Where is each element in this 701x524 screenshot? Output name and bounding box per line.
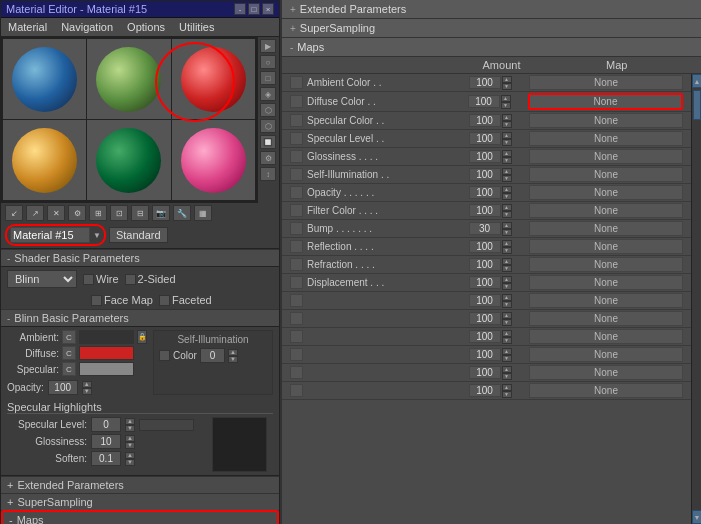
amount-input-bump[interactable]: [469, 222, 501, 235]
map-btn-e5[interactable]: None: [529, 365, 683, 380]
tb-btn-9[interactable]: 🔧: [173, 205, 191, 221]
blinn-collapse-sign[interactable]: -: [7, 313, 10, 324]
side-icon-1[interactable]: ▶: [260, 39, 276, 53]
map-btn-speccolor[interactable]: None: [529, 113, 683, 128]
amount-input-e5[interactable]: [469, 366, 501, 379]
map-btn-e1[interactable]: None: [529, 293, 683, 308]
color-cb[interactable]: [159, 350, 170, 361]
ambient-swatch[interactable]: [79, 330, 134, 344]
spin-dn-refraction[interactable]: ▼: [502, 265, 512, 272]
color-value-input[interactable]: [200, 348, 225, 363]
map-btn-e4[interactable]: None: [529, 347, 683, 362]
tb-btn-2[interactable]: ↗: [26, 205, 44, 221]
spin-up-displacement[interactable]: ▲: [502, 276, 512, 283]
specular-swatch[interactable]: [79, 362, 134, 376]
map-btn-e6[interactable]: None: [529, 383, 683, 398]
tb-btn-10[interactable]: ▦: [194, 205, 212, 221]
spin-dn-e4[interactable]: ▼: [502, 355, 512, 362]
spin-up-filtercolor[interactable]: ▲: [502, 204, 512, 211]
amount-input-ambient[interactable]: [469, 76, 501, 89]
map-cb-reflection[interactable]: [290, 240, 303, 253]
glossiness-down[interactable]: ▼: [125, 442, 135, 449]
tb-btn-7[interactable]: ⊟: [131, 205, 149, 221]
sphere-cell-2[interactable]: [87, 39, 170, 119]
opacity-down[interactable]: ▼: [82, 388, 92, 395]
side-icon-9[interactable]: ↕: [260, 167, 276, 181]
minimize-button[interactable]: -: [234, 3, 246, 15]
spin-dn-speccolor[interactable]: ▼: [502, 121, 512, 128]
soften-up[interactable]: ▲: [125, 452, 135, 459]
shader-collapse-sign[interactable]: -: [7, 253, 10, 264]
sphere-cell-4[interactable]: [3, 120, 86, 200]
scroll-down-btn[interactable]: ▼: [692, 510, 701, 524]
rp-ss-sign[interactable]: +: [290, 23, 296, 34]
amount-input-speccolor[interactable]: [469, 114, 501, 127]
map-btn-bump[interactable]: None: [529, 221, 683, 236]
glossiness-up[interactable]: ▲: [125, 435, 135, 442]
spin-up-ambient[interactable]: ▲: [502, 76, 512, 83]
map-cb-e4[interactable]: [290, 348, 303, 361]
tb-btn-6[interactable]: ⊡: [110, 205, 128, 221]
spin-dn-diffuse[interactable]: ▼: [501, 102, 511, 109]
amount-input-filtercolor[interactable]: [469, 204, 501, 217]
sphere-cell-1[interactable]: [3, 39, 86, 119]
spin-up-bump[interactable]: ▲: [502, 222, 512, 229]
twosided-checkbox[interactable]: 2-Sided: [125, 273, 176, 285]
side-icon-2[interactable]: ○: [260, 55, 276, 69]
map-btn-displacement[interactable]: None: [529, 275, 683, 290]
soften-down[interactable]: ▼: [125, 459, 135, 466]
spin-dn-selfillum[interactable]: ▼: [502, 175, 512, 182]
map-btn-reflection[interactable]: None: [529, 239, 683, 254]
scrollbar[interactable]: ▲ ▼: [691, 74, 701, 524]
spin-dn-displacement[interactable]: ▼: [502, 283, 512, 290]
tb-btn-3[interactable]: ✕: [47, 205, 65, 221]
spin-dn-e1[interactable]: ▼: [502, 301, 512, 308]
material-name-input[interactable]: [10, 227, 90, 243]
close-button[interactable]: ×: [262, 3, 274, 15]
spec-level-input[interactable]: [91, 417, 121, 432]
amount-input-e2[interactable]: [469, 312, 501, 325]
spin-up-diffuse[interactable]: ▲: [501, 95, 511, 102]
map-cb-opacity[interactable]: [290, 186, 303, 199]
map-cb-ambient[interactable]: [290, 76, 303, 89]
amount-input-e4[interactable]: [469, 348, 501, 361]
facemap-checkbox[interactable]: Face Map: [91, 294, 153, 306]
amount-input-e3[interactable]: [469, 330, 501, 343]
spin-up-opacity[interactable]: ▲: [502, 186, 512, 193]
soften-input[interactable]: [91, 451, 121, 466]
side-icon-3[interactable]: □: [260, 71, 276, 85]
faceted-cb-box[interactable]: [159, 295, 170, 306]
map-cb-e5[interactable]: [290, 366, 303, 379]
amount-input-gloss[interactable]: [469, 150, 501, 163]
side-icon-6[interactable]: ⬡: [260, 119, 276, 133]
map-cb-e2[interactable]: [290, 312, 303, 325]
spin-dn-gloss[interactable]: ▼: [502, 157, 512, 164]
amount-input-refraction[interactable]: [469, 258, 501, 271]
color-up[interactable]: ▲: [228, 349, 238, 356]
tb-btn-5[interactable]: ⊞: [89, 205, 107, 221]
spin-up-e1[interactable]: ▲: [502, 294, 512, 301]
side-icon-5[interactable]: ⬡: [260, 103, 276, 117]
amount-input-selfillum[interactable]: [469, 168, 501, 181]
map-btn-e3[interactable]: None: [529, 329, 683, 344]
rp-ext-sign[interactable]: +: [290, 4, 296, 15]
spin-dn-opacity[interactable]: ▼: [502, 193, 512, 200]
map-btn-ambient[interactable]: None: [529, 75, 683, 90]
map-btn-speclevel[interactable]: None: [529, 131, 683, 146]
map-btn-e2[interactable]: None: [529, 311, 683, 326]
glossiness-input[interactable]: [91, 434, 121, 449]
diffuse-swatch[interactable]: [79, 346, 134, 360]
amount-input-e6[interactable]: [469, 384, 501, 397]
map-cb-filtercolor[interactable]: [290, 204, 303, 217]
spin-dn-filtercolor[interactable]: ▼: [502, 211, 512, 218]
amount-input-displacement[interactable]: [469, 276, 501, 289]
amount-input-speclevel[interactable]: [469, 132, 501, 145]
supersampling-section[interactable]: + SuperSampling: [1, 493, 279, 510]
spin-up-selfillum[interactable]: ▲: [502, 168, 512, 175]
map-cb-gloss[interactable]: [290, 150, 303, 163]
extended-params-section[interactable]: + Extended Parameters: [1, 476, 279, 493]
scroll-thumb[interactable]: [693, 90, 701, 120]
spin-up-reflection[interactable]: ▲: [502, 240, 512, 247]
opacity-up[interactable]: ▲: [82, 381, 92, 388]
spin-up-e3[interactable]: ▲: [502, 330, 512, 337]
